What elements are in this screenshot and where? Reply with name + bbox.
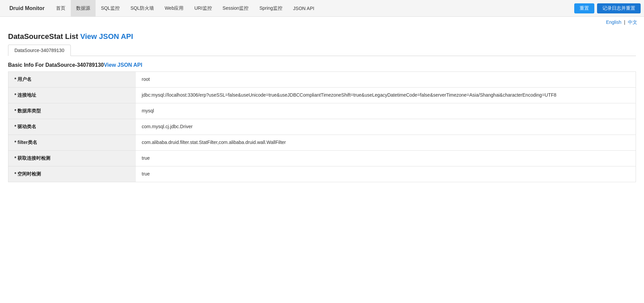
page-title-json-link[interactable]: View JSON API: [80, 32, 133, 41]
page-title-text: DataSourceStat List: [8, 32, 80, 41]
row-value-2: mysql: [136, 103, 636, 119]
table-row: * 数据库类型 mysql: [8, 103, 636, 119]
section-title-area: Basic Info For DataSource-340789130View …: [0, 56, 644, 71]
row-value-5: true: [136, 151, 636, 166]
row-value-3: com.mysql.cj.jdbc.Driver: [136, 119, 636, 135]
nav-web-app[interactable]: Web应用: [159, 0, 189, 16]
table-row: * 驱动类名 com.mysql.cj.jdbc.Driver: [8, 119, 636, 135]
navbar: Druid Monitor 首页 数据源 SQL监控 SQL防火墙 Web应用 …: [0, 0, 644, 17]
nav-links: 首页 数据源 SQL监控 SQL防火墙 Web应用 URI监控 Session监…: [51, 0, 320, 16]
row-label-0: * 用户名: [8, 72, 136, 88]
row-label-6: * 空闲时检测: [8, 166, 136, 182]
row-value-1: jdbc:mysql://localhost:3306/erp?useSSL=f…: [136, 88, 636, 103]
table-row: * 获取连接时检测 true: [8, 151, 636, 166]
row-label-4: * filter类名: [8, 135, 136, 151]
row-label-1: * 连接地址: [8, 88, 136, 103]
row-value-4: com.alibaba.druid.filter.stat.StatFilter…: [136, 135, 636, 151]
page-title-area: DataSourceStat List View JSON API: [0, 28, 644, 44]
nav-home[interactable]: 首页: [51, 0, 71, 16]
row-label-2: * 数据库类型: [8, 103, 136, 119]
info-table: * 用户名 root * 连接地址 jdbc:mysql://localhost…: [8, 71, 636, 182]
lang-english[interactable]: English: [606, 19, 622, 25]
brand: Druid Monitor: [3, 5, 51, 11]
tabs-bar: DataSource-340789130: [8, 44, 636, 56]
nav-session-monitor[interactable]: Session监控: [217, 0, 254, 16]
row-label-5: * 获取连接时检测: [8, 151, 136, 166]
section-title-json-link[interactable]: View JSON API: [104, 62, 142, 68]
table-row: * 连接地址 jdbc:mysql://localhost:3306/erp?u…: [8, 88, 636, 103]
nav-buttons: 重置 记录日志并重置: [574, 3, 641, 13]
row-value-6: true: [136, 166, 636, 182]
reset-button[interactable]: 重置: [574, 3, 594, 13]
nav-sql-monitor[interactable]: SQL监控: [96, 0, 125, 16]
nav-uri-monitor[interactable]: URI监控: [189, 0, 217, 16]
tab-datasource-340789130[interactable]: DataSource-340789130: [8, 45, 71, 56]
language-bar: English | 中文: [0, 17, 644, 28]
table-row: * filter类名 com.alibaba.druid.filter.stat…: [8, 135, 636, 151]
section-title-text: Basic Info For DataSource-340789130: [8, 62, 104, 68]
nav-sql-firewall[interactable]: SQL防火墙: [125, 0, 159, 16]
log-reset-button[interactable]: 记录日志并重置: [597, 3, 641, 13]
row-label-3: * 驱动类名: [8, 119, 136, 135]
lang-separator: |: [624, 19, 625, 25]
row-value-0: root: [136, 72, 636, 88]
table-row: * 空闲时检测 true: [8, 166, 636, 182]
lang-chinese[interactable]: 中文: [628, 19, 637, 25]
nav-datasource[interactable]: 数据源: [71, 0, 96, 16]
nav-spring-monitor[interactable]: Spring监控: [254, 0, 287, 16]
table-row: * 用户名 root: [8, 72, 636, 88]
nav-json-api[interactable]: JSON API: [288, 0, 320, 16]
